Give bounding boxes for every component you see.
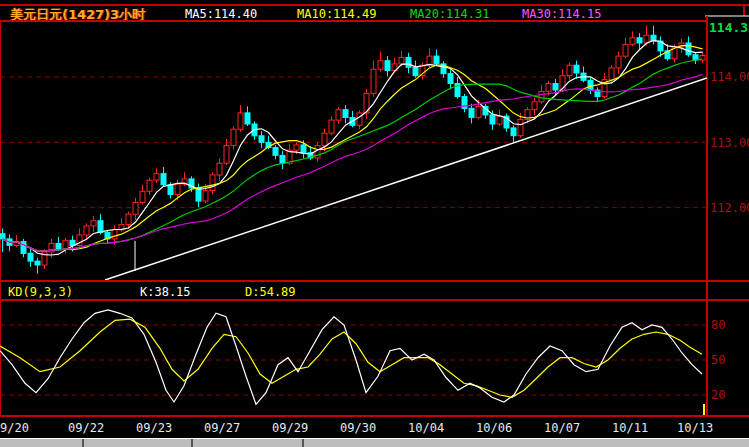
scroll-strip-divider — [191, 439, 193, 447]
horizontal-scroll-strip[interactable] — [0, 438, 749, 447]
trendline — [105, 78, 707, 280]
chart-app-window: 美元日元(1427)3小时 MA5:114.40 MA10:114.49 MA2… — [0, 0, 749, 447]
d-line — [0, 319, 702, 397]
kd-panel[interactable] — [0, 310, 704, 416]
candles-group — [0, 25, 705, 273]
ma5-line — [3, 40, 703, 255]
candlestick-chart-canvas[interactable] — [0, 0, 749, 447]
price-panel[interactable] — [0, 25, 707, 280]
ma10-line — [3, 46, 703, 252]
scroll-strip-divider — [82, 439, 84, 447]
k-line — [0, 310, 702, 405]
scroll-strip-divider — [302, 439, 304, 447]
